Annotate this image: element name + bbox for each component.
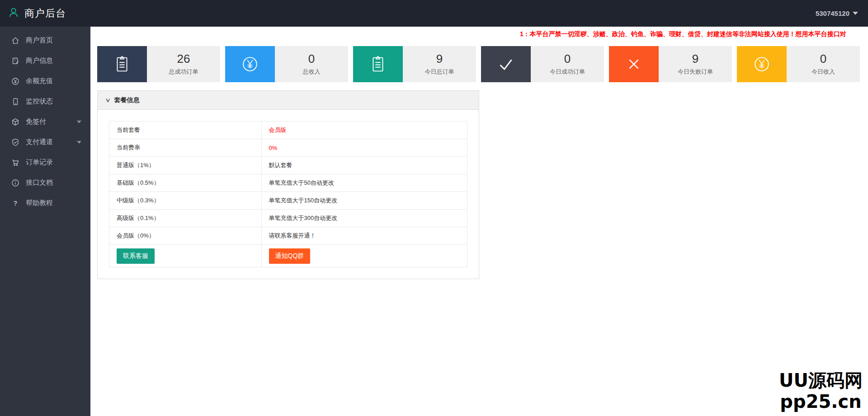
page-title: 商户后台 [24, 7, 66, 20]
check-icon [481, 46, 531, 82]
sidebar-item-home[interactable]: 商户首页 [0, 30, 90, 51]
svg-text:?: ? [14, 199, 18, 206]
caret-down-icon [853, 12, 858, 15]
sidebar-item-label: 订单记录 [26, 158, 53, 167]
row-value-cell: 单笔充值大于50自动更改 [261, 174, 467, 192]
stat-card-total-success: 26 总成功订单 [97, 46, 220, 82]
stat-value: 9 [436, 52, 443, 65]
row-value-cell: 0% [261, 139, 467, 157]
sidebar: 商户首页 ? 商户信息 余额充值 监控状态 免签付 [0, 27, 90, 416]
stats-row: 26 总成功订单 0 总收入 [97, 46, 860, 82]
question-icon: ? [11, 199, 20, 208]
stat-label: 总成功订单 [169, 68, 198, 76]
sidebar-item-label: 监控状态 [26, 97, 53, 106]
panel-body: 当前套餐 会员版 当前费率 0% 普通版（1%） 默认套餐 基础版（0.5%） … [97, 110, 479, 279]
account-id: 530745120 [816, 9, 849, 17]
account-dropdown[interactable]: 530745120 [816, 9, 858, 17]
stat-value: 26 [177, 52, 190, 65]
row-value-cell: 单笔充值大于150自动更改 [261, 192, 467, 210]
table-row: 当前费率 0% [109, 139, 467, 157]
table-row: 普通版（1%） 默认套餐 [109, 157, 467, 174]
stat-value: 0 [564, 52, 571, 65]
sidebar-item-monitor[interactable]: 监控状态 [0, 91, 90, 112]
row-label-cell: 当前费率 [109, 139, 262, 157]
phone-monitor-icon [11, 97, 20, 106]
row-label-cell: 基础版（0.5%） [109, 174, 262, 192]
row-label-cell: 中级版（0.3%） [109, 192, 262, 210]
sidebar-item-label: 帮助教程 [26, 199, 53, 207]
stat-card-today-success: 0 今日成功订单 [481, 46, 604, 82]
info-icon [11, 178, 20, 187]
app-logo [0, 6, 20, 21]
clipboard-icon [353, 46, 403, 82]
package-info-panel: ∨ 套餐信息 当前套餐 会员版 当前费率 0% 普通版（1%） 默认套餐 基础版… [97, 90, 479, 279]
sidebar-item-pay-channel[interactable]: 支付通道 [0, 132, 90, 152]
clipboard-icon [97, 46, 147, 82]
yen-circle-icon [11, 77, 20, 86]
package-table: 当前套餐 会员版 当前费率 0% 普通版（1%） 默认套餐 基础版（0.5%） … [109, 121, 467, 267]
sidebar-item-recharge[interactable]: 余额充值 [0, 71, 90, 91]
panel-header[interactable]: ∨ 套餐信息 [97, 90, 479, 110]
sidebar-item-merchant-info[interactable]: ? 商户信息 [0, 51, 90, 71]
cube-icon [11, 117, 20, 126]
topbar: 商户后台 530745120 [0, 0, 868, 27]
sidebar-item-nosign-pay[interactable]: 免签付 [0, 112, 90, 132]
row-value-cell: 请联系客服开通！ [261, 227, 467, 245]
sidebar-item-label: 商户信息 [26, 56, 53, 65]
watermark-line2: pp25.cn [779, 391, 863, 412]
x-icon [609, 46, 659, 82]
row-label-cell: 高级版（0.1%） [109, 210, 262, 227]
row-value-cell: 会员版 [261, 122, 467, 139]
chevron-down-icon [77, 141, 81, 144]
table-row: 当前套餐 会员版 [109, 122, 467, 139]
cart-icon [11, 158, 20, 167]
warning-notice: 1：本平台严禁一切淫秽、涉赌、政治、钓鱼、诈骗、理财、借贷、封建迷信等非法网站接… [520, 30, 868, 39]
sidebar-item-label: 免签付 [26, 117, 46, 126]
table-row: 会员版（0%） 请联系客服开通！ [109, 227, 467, 245]
home-icon [11, 36, 20, 45]
panel-title: 套餐信息 [114, 96, 140, 104]
row-label-cell: 会员版（0%） [109, 227, 262, 245]
row-value-cell: 单笔充值大于300自动更改 [261, 210, 467, 227]
stat-value: 0 [308, 52, 315, 65]
stat-card-today-income: 0 今日收入 [737, 46, 860, 82]
sidebar-item-label: 余额充值 [26, 77, 53, 85]
watermark: UU源码网 pp25.cn [779, 370, 863, 412]
stat-value: 9 [692, 52, 698, 65]
table-row: 高级版（0.1%） 单笔充值大于300自动更改 [109, 210, 467, 227]
row-value-cell: 默认套餐 [261, 157, 467, 174]
row-label-cell: 当前套餐 [109, 122, 262, 139]
yen-icon [225, 46, 275, 82]
table-row: 中级版（0.3%） 单笔充值大于150自动更改 [109, 192, 467, 210]
sidebar-item-api-docs[interactable]: 接口文档 [0, 173, 90, 193]
stat-label: 今日成功订单 [550, 68, 585, 76]
stat-value: 0 [820, 52, 826, 65]
stat-card-today-failed: 9 今日失败订单 [609, 46, 732, 82]
sidebar-item-label: 支付通道 [26, 138, 53, 146]
sidebar-item-label: 接口文档 [26, 178, 53, 187]
sidebar-item-orders[interactable]: 订单记录 [0, 152, 90, 173]
svg-text:?: ? [14, 58, 16, 62]
table-row: 基础版（0.5%） 单笔充值大于50自动更改 [109, 174, 467, 192]
stat-label: 今日收入 [811, 68, 835, 76]
chevron-down-icon [77, 121, 81, 123]
sidebar-item-label: 商户首页 [26, 36, 53, 45]
shield-check-icon [11, 138, 20, 147]
stat-label: 今日失败订单 [678, 68, 713, 76]
yen-icon [737, 46, 787, 82]
chevron-down-icon: ∨ [105, 97, 111, 103]
contact-support-button[interactable]: 联系客服 [117, 248, 155, 264]
watermark-line1: UU源码网 [779, 370, 863, 391]
qq-group-notify-button[interactable]: 通知QQ群 [269, 248, 311, 264]
table-row-buttons: 联系客服 通知QQ群 [109, 245, 467, 267]
stat-label: 总收入 [303, 68, 321, 76]
person-icon [7, 6, 20, 21]
sidebar-item-help[interactable]: ? 帮助教程 [0, 193, 90, 213]
stat-card-total-income: 0 总收入 [225, 46, 348, 82]
stat-label: 今日总订单 [425, 68, 454, 76]
document-edit-icon: ? [11, 56, 20, 65]
main-content: 1：本平台严禁一切淫秽、涉赌、政治、钓鱼、诈骗、理财、借贷、封建迷信等非法网站接… [90, 27, 868, 416]
row-label-cell: 普通版（1%） [109, 157, 262, 174]
stat-card-today-total: 9 今日总订单 [353, 46, 476, 82]
